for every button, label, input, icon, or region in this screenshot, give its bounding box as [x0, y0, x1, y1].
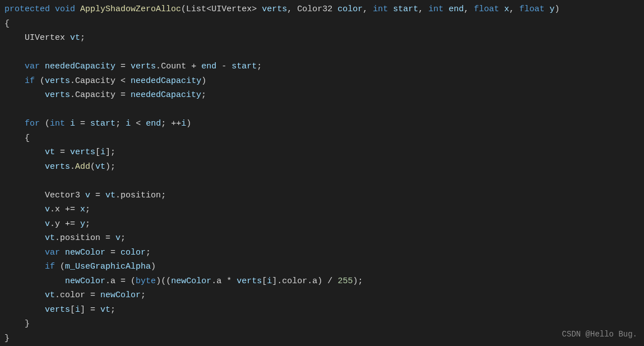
code-line-19: if (m_UseGraphicAlpha): [4, 260, 640, 274]
code-line-8: [4, 103, 640, 117]
watermark: CSDN @Hello Bug.: [562, 328, 637, 342]
code-line-20: newColor.a = (byte)((newColor.a * verts[…: [4, 274, 640, 289]
code-line-13: [4, 174, 640, 188]
code-line-24: }: [4, 331, 640, 346]
code-block: protected void ApplyShadowZeroAlloc(List…: [4, 2, 640, 345]
code-line-17: vt.position = v;: [4, 231, 640, 246]
code-line-1: protected void ApplyShadowZeroAlloc(List…: [4, 2, 640, 17]
code-line-16: v.y += y;: [4, 217, 640, 232]
code-line-22: verts[i] = vt;: [4, 303, 640, 317]
code-line-10: {: [4, 131, 640, 146]
code-line-14: Vector3 v = vt.position;: [4, 188, 640, 203]
code-line-21: vt.color = newColor;: [4, 288, 640, 303]
code-line-12: verts.Add(vt);: [4, 160, 640, 174]
code-line-4: [4, 45, 640, 60]
code-line-15: v.x += x;: [4, 202, 640, 217]
code-line-18: var newColor = color;: [4, 246, 640, 260]
code-line-2: {: [4, 17, 640, 31]
code-line-23: }: [4, 317, 640, 331]
code-line-7: verts.Capacity = neededCapacity;: [4, 88, 640, 103]
code-line-6: if (verts.Capacity < neededCapacity): [4, 74, 640, 89]
code-line-3: UIVertex vt;: [4, 31, 640, 45]
code-line-5: var neededCapacity = verts.Count + end -…: [4, 59, 640, 74]
code-line-11: vt = verts[i];: [4, 145, 640, 160]
code-line-9: for (int i = start; i < end; ++i): [4, 117, 640, 131]
